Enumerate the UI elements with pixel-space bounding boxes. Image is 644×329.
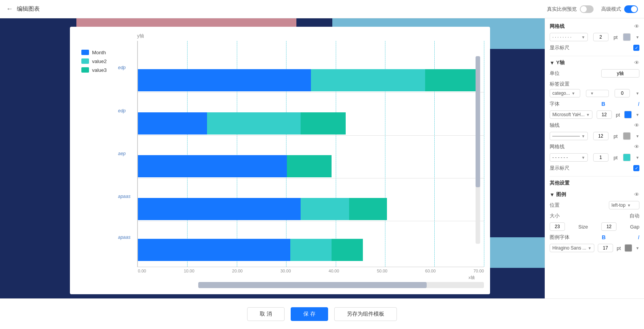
cancel-button[interactable]: 取 消 <box>247 307 285 321</box>
legend-position-label: 位置 <box>550 202 569 209</box>
label-select-2[interactable]: ▼ <box>586 90 609 97</box>
grid-controls-row: · · · · · · · · ▼ pt ▼ <box>550 33 639 41</box>
y-grid-color-box[interactable] <box>623 154 631 161</box>
footer: 取 消 保 存 另存为组件模板 <box>0 298 644 329</box>
bar-label-3: apaas <box>118 194 131 199</box>
horizontal-scrollbar-thumb <box>198 282 427 288</box>
legend-position-value: left-top <box>612 203 626 208</box>
axis-line-pt: pt <box>613 133 618 139</box>
page-title: 编辑图表 <box>17 5 40 13</box>
back-button[interactable]: ← <box>6 5 13 13</box>
axis-line-style-arrow: ▼ <box>581 134 585 138</box>
bar-seg-2-0 <box>138 155 287 177</box>
bar-seg-0-1 <box>311 69 425 91</box>
y-grid-width-input[interactable] <box>593 153 608 162</box>
y-grid-label: 网格线 <box>550 143 569 150</box>
bar-label-1: edp <box>118 108 126 113</box>
legend-font-family-arrow: ▼ <box>588 246 592 250</box>
axis-line-eye[interactable]: 👁 <box>634 122 639 128</box>
y-axis-section-header[interactable]: ▼ Y轴 👁 <box>550 59 639 66</box>
font-size-input[interactable] <box>597 110 612 119</box>
save-as-button[interactable]: 另存为组件模板 <box>334 307 397 321</box>
label-select-1[interactable]: catego... ▼ <box>550 89 580 97</box>
legend-position-select[interactable]: left-top ▼ <box>609 201 639 209</box>
y-grid-style-select[interactable]: - - - - - - ▼ <box>550 153 588 162</box>
font-bold-btn[interactable]: B <box>601 101 605 107</box>
bar-seg-4-0 <box>138 239 290 261</box>
other-settings-title: 其他设置 <box>550 180 570 186</box>
axis-line-label: 轴线 <box>550 122 569 129</box>
label-num-arrow[interactable]: ▼ <box>636 91 639 96</box>
chart-area: Month value2 value3 y轴 <box>0 18 545 298</box>
grid-color-dropdown[interactable]: ▼ <box>636 35 639 39</box>
axis-line-width-input[interactable] <box>593 132 608 140</box>
y-grid-style-arrow: ▼ <box>581 156 585 160</box>
bar-seg-4-2 <box>332 239 363 261</box>
other-settings-header[interactable]: 其他设置 <box>550 180 639 186</box>
legend-item-month: Month <box>81 50 107 55</box>
bar-seg-2-2 <box>287 155 332 177</box>
legend-font-size-input[interactable] <box>598 244 613 252</box>
font-color-arrow[interactable]: ▼ <box>636 113 639 117</box>
show-scale-checkbox[interactable]: ✓ <box>633 45 639 51</box>
label-settings-row: catego... ▼ ▼ ▼ <box>550 89 639 97</box>
legend-font-italic[interactable]: I <box>638 234 639 240</box>
save-button[interactable]: 保 存 <box>291 307 328 321</box>
bar-segments-3 <box>138 198 484 220</box>
grid-line-width-input[interactable] <box>593 33 608 41</box>
axis-line-style-select[interactable]: —————— ▼ <box>550 132 588 140</box>
preview-toggle[interactable] <box>580 5 594 13</box>
preview-toggle-group: 真实比例预览 <box>547 5 594 13</box>
legend-section-header[interactable]: ▼ 图例 👁 <box>550 191 639 198</box>
bar-row-3: apaas <box>138 181 484 212</box>
x-tick-5: 50.00 <box>377 269 388 273</box>
legend-font-family-select[interactable]: Hiragino Sans ... ▼ <box>550 244 594 252</box>
chart-container: Month value2 value3 y轴 <box>70 27 490 294</box>
header-left: ← 编辑图表 <box>6 5 40 13</box>
grid-line-style-select[interactable]: · · · · · · · · ▼ <box>550 33 588 41</box>
y-axis-eye-icon[interactable]: 👁 <box>634 60 639 66</box>
advanced-toggle[interactable] <box>624 5 638 13</box>
axis-line-color-arrow[interactable]: ▼ <box>636 134 639 138</box>
x-tick-6: 60.00 <box>425 269 436 273</box>
bar-seg-3-1 <box>301 198 349 220</box>
label-select-2-arrow: ▼ <box>590 91 594 96</box>
axis-line-color-box[interactable] <box>623 132 631 140</box>
y-axis-section-title: ▼ Y轴 <box>550 59 565 66</box>
legend-gap-input[interactable] <box>601 222 616 231</box>
divider-1 <box>550 56 639 56</box>
unit-input[interactable] <box>601 69 639 78</box>
y-grid-color-arrow[interactable]: ▼ <box>636 156 639 160</box>
bar-seg-1-1 <box>207 112 301 135</box>
legend-font-color-arrow[interactable]: ▼ <box>636 246 639 250</box>
legend-font-label: 图例字体 <box>550 234 570 241</box>
legend-label-value3: value3 <box>92 67 107 73</box>
font-family-select[interactable]: Microsoft YaH... ▼ <box>550 110 592 119</box>
legend-font-color-box[interactable] <box>625 244 632 252</box>
legend-font-bold[interactable]: B <box>602 234 605 240</box>
font-row: 字体 B I <box>550 100 639 107</box>
y-show-scale-checkbox[interactable]: ✓ <box>633 165 639 171</box>
grid-color-box[interactable] <box>623 33 631 41</box>
legend-size-num-input[interactable] <box>550 222 565 231</box>
bar-row-2: aep <box>138 138 484 170</box>
vertical-scrollbar[interactable] <box>476 56 480 244</box>
advanced-label: 高级模式 <box>601 6 621 13</box>
font-color-box[interactable] <box>624 111 632 118</box>
x-tick-0: 0.00 <box>138 269 146 273</box>
legend-eye-icon[interactable]: 👁 <box>634 191 639 198</box>
grid-eye-icon[interactable]: 👁 <box>634 23 639 29</box>
chart-background: Month value2 value3 y轴 <box>0 18 545 298</box>
grid-section-header[interactable]: 网格线 👁 <box>550 23 639 30</box>
legend-section: ▼ 图例 👁 位置 left-top ▼ 大小 自动 Size <box>550 191 639 252</box>
grid-section-title: 网格线 <box>550 23 565 30</box>
font-italic-btn[interactable]: I <box>638 101 639 107</box>
horizontal-scrollbar[interactable] <box>198 282 484 288</box>
font-pt-label: pt <box>616 112 620 118</box>
bar-segments-1 <box>138 112 484 135</box>
label-num-input[interactable] <box>615 89 630 97</box>
x-axis-ticks: 0.00 10.00 20.00 30.00 40.00 50.00 60.00… <box>137 267 484 275</box>
legend-size-label: 大小 <box>550 212 569 219</box>
legend-title-text: 图例 <box>556 191 566 198</box>
y-grid-eye[interactable]: 👁 <box>634 144 639 150</box>
